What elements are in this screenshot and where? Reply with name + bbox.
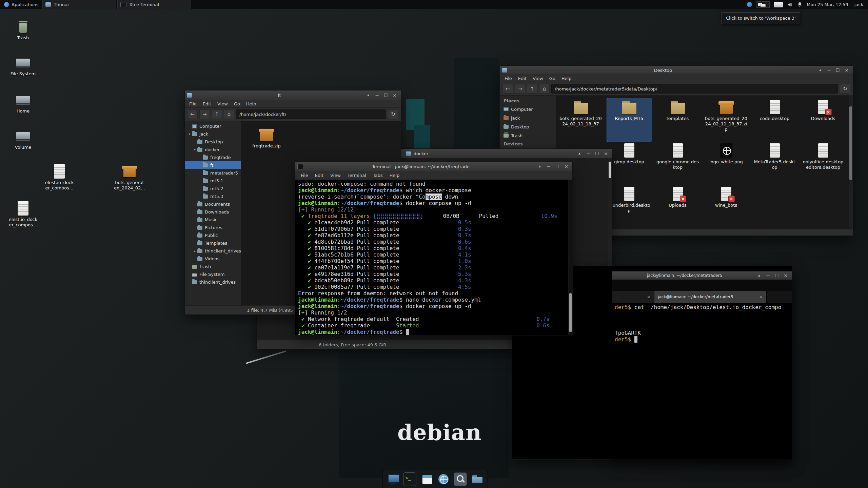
file-icon[interactable]: bots_generated_2024_02_11_18_37 xyxy=(558,98,603,142)
places-item[interactable]: jack xyxy=(500,114,556,122)
menu-item[interactable]: Edit xyxy=(200,101,214,107)
close-button[interactable] xyxy=(564,164,569,169)
titlebar[interactable]: ft xyxy=(185,90,401,100)
shade-button[interactable] xyxy=(577,151,582,156)
dock-launcher[interactable] xyxy=(454,472,467,486)
file-icon[interactable]: thunderbird.desktop xyxy=(607,185,652,228)
minimize-button[interactable] xyxy=(826,67,832,73)
tree-item[interactable]: Trash xyxy=(185,263,241,270)
tree-item[interactable]: ▸ thinclient_drives xyxy=(185,247,241,255)
file-icon[interactable]: gimp.desktop xyxy=(607,142,652,185)
tree-item[interactable]: freqtrade xyxy=(185,154,241,161)
desktop-icon[interactable]: elest.io_dock er_compos... xyxy=(42,164,77,191)
places-item[interactable]: Computer xyxy=(500,105,556,114)
display-tray-icon[interactable] xyxy=(774,2,783,7)
expander-icon[interactable]: ▾ xyxy=(187,132,192,136)
path-entry[interactable]: /home/jack/docker/ft/ xyxy=(236,109,386,119)
file-icon[interactable]: templates xyxy=(655,98,700,142)
tree-item[interactable]: Videos xyxy=(185,255,241,263)
close-button[interactable] xyxy=(844,67,849,73)
menu-item[interactable]: Go xyxy=(231,101,243,107)
scrollbar-thumb[interactable] xyxy=(849,106,852,180)
tree-item[interactable]: thinclient_drives xyxy=(185,278,241,286)
tree-item[interactable]: Downloads xyxy=(185,208,241,216)
desktop-icon[interactable]: elest.io_dock er_compos... xyxy=(5,201,41,228)
tree-item[interactable]: metatrader5 xyxy=(185,169,241,177)
home-button[interactable] xyxy=(224,109,234,119)
dock-launcher[interactable] xyxy=(403,472,416,486)
file-icon[interactable]: bots_generated_2024_02_11_18_37.zip xyxy=(704,98,749,142)
tree-item[interactable]: Pictures xyxy=(185,224,241,231)
forward-button[interactable] xyxy=(199,109,210,119)
reload-button[interactable] xyxy=(388,109,398,119)
expander-icon[interactable]: ▾ xyxy=(192,148,197,151)
dock-launcher[interactable] xyxy=(437,473,450,486)
tree-item[interactable]: mt5.1 xyxy=(185,177,241,185)
tree-item[interactable]: File System xyxy=(185,270,241,278)
minimize-button[interactable] xyxy=(374,93,380,98)
menu-item[interactable]: File xyxy=(186,101,200,107)
menu-item[interactable]: Terminal xyxy=(344,172,370,179)
titlebar[interactable]: jack@linmain: ~/docker/metatrader5 xyxy=(612,271,792,280)
shade-button[interactable] xyxy=(756,273,762,278)
home-button[interactable] xyxy=(539,84,550,94)
tree-item[interactable]: ft xyxy=(185,161,241,169)
file-icon[interactable]: logo_white.png xyxy=(704,142,749,185)
menu-item[interactable]: View xyxy=(327,172,344,179)
tree-item[interactable]: Templates xyxy=(185,239,241,247)
tree-item[interactable]: Computer xyxy=(185,122,241,130)
clock[interactable]: Mon 25 Mar, 12:59 xyxy=(807,2,848,7)
close-button[interactable] xyxy=(392,93,397,98)
titlebar[interactable]: Terminal - jack@linmain: ~/docker/freqtr… xyxy=(295,162,572,171)
up-button[interactable] xyxy=(527,84,537,94)
back-button[interactable] xyxy=(502,84,513,94)
terminal-scrollbar[interactable] xyxy=(568,180,572,335)
tab-close-icon[interactable] xyxy=(647,294,651,300)
places-item[interactable]: Desktop xyxy=(500,122,556,131)
minimize-button[interactable] xyxy=(765,273,771,278)
maximize-button[interactable] xyxy=(774,273,780,278)
maximize-button[interactable] xyxy=(383,93,389,98)
minimize-button[interactable] xyxy=(586,151,591,156)
network-tray-icon[interactable] xyxy=(747,2,752,7)
file-icon[interactable]: Uploads xyxy=(655,185,700,228)
tree-item[interactable]: Music xyxy=(185,216,241,224)
menu-item[interactable]: Edit xyxy=(515,75,530,82)
volume-icon[interactable] xyxy=(787,2,793,7)
user-menu[interactable]: jack xyxy=(852,2,865,7)
minimize-button[interactable] xyxy=(546,164,551,169)
tree-item[interactable]: ▾ docker xyxy=(185,146,241,154)
tree-item[interactable]: Documents xyxy=(185,200,241,208)
workspace-pager[interactable] xyxy=(756,1,770,8)
dock-launcher[interactable] xyxy=(420,473,433,486)
vertical-scrollbar[interactable] xyxy=(848,96,853,229)
menu-item[interactable]: File xyxy=(297,172,312,179)
path-entry[interactable]: /home/jack/docker/metatrader5/data/Deskt… xyxy=(551,84,838,94)
scrollbar-thumb[interactable] xyxy=(569,293,572,332)
titlebar[interactable]: Desktop xyxy=(500,66,853,75)
desktop-icon[interactable]: Trash xyxy=(5,19,41,41)
menu-item[interactable]: File xyxy=(501,75,515,82)
scrollbar-thumb[interactable] xyxy=(609,162,611,178)
desktop-icon[interactable]: File System xyxy=(5,55,41,77)
terminal-tab[interactable]: … xyxy=(612,291,654,303)
file-icon[interactable]: wine_bots xyxy=(704,185,749,228)
file-icon[interactable]: Reports_MT5 xyxy=(607,98,652,142)
tree-item[interactable]: mt5.3 xyxy=(185,192,241,200)
dock-launcher[interactable] xyxy=(471,473,484,486)
file-icon[interactable]: code.desktop xyxy=(752,98,797,142)
terminal-screen[interactable]: der5$ cat '/home/jack/Desktop/elest.io_d… xyxy=(612,303,792,460)
desktop-icon[interactable]: Home xyxy=(5,92,41,114)
maximize-button[interactable] xyxy=(555,164,560,169)
menu-item[interactable]: Edit xyxy=(312,172,327,179)
places-item[interactable]: Trash xyxy=(500,131,556,140)
back-button[interactable] xyxy=(187,109,198,119)
maximize-button[interactable] xyxy=(835,67,841,73)
desktop-icon[interactable]: Volume xyxy=(5,128,41,150)
applications-menu[interactable]: Applications xyxy=(0,0,42,9)
expander-icon[interactable]: ▸ xyxy=(192,249,197,253)
maximize-button[interactable] xyxy=(594,151,600,156)
menu-item[interactable]: Help xyxy=(243,101,259,107)
menu-item[interactable]: View xyxy=(530,75,546,82)
shade-button[interactable] xyxy=(817,67,823,73)
